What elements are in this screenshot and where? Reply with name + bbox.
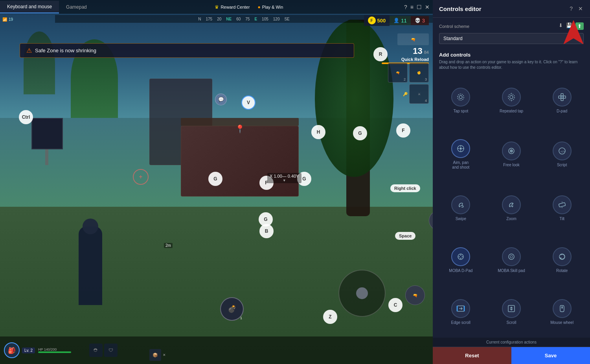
right-click-label[interactable]: Right click — [390, 184, 420, 192]
action-btn-1[interactable]: 🔫 — [405, 285, 425, 305]
swipe-icon — [451, 195, 470, 214]
crown-icon: ♛ — [215, 4, 219, 10]
control-swipe[interactable]: Swipe — [436, 183, 486, 234]
control-rotate[interactable]: Rotate — [537, 235, 587, 286]
inv-slot-3[interactable]: ✊ 3 — [409, 63, 429, 83]
level-badge: Lv. 2 — [22, 347, 35, 353]
control-dpad[interactable]: D-pad — [537, 75, 587, 126]
bottom-hud: 🎒 Lv. 2 HP 140/200 ⛑ 🛡 📦 ✕ — [0, 336, 433, 364]
person-icon: 👤 — [393, 18, 399, 23]
control-moba-dpad[interactable]: MOBA D-Pad — [436, 235, 486, 286]
top-bar: Keyboard and mouse Gamepad ♛ Reward Cent… — [0, 0, 433, 14]
menu-icon[interactable]: ≡ — [410, 4, 414, 10]
control-tilt[interactable]: Tilt — [537, 183, 587, 234]
control-aim-pan-shoot[interactable]: Aim, panand shoot — [436, 127, 486, 182]
distance-label: 2m — [164, 243, 173, 248]
script-icon: </> — [553, 142, 572, 160]
control-tap-spot[interactable]: Tap spot — [436, 75, 486, 126]
v-key[interactable]: V — [241, 96, 255, 110]
panel-header: Controls editor ? ✕ — [433, 0, 590, 18]
chat-bubble[interactable]: 💬 — [215, 94, 227, 105]
tilt-label: Tilt — [559, 217, 564, 221]
ctrl-key[interactable]: Ctrl — [19, 110, 33, 124]
camera-joystick[interactable] — [338, 270, 386, 317]
control-scroll[interactable]: Scroll — [487, 287, 537, 338]
controls-grid: Tap spot Repeated tap — [433, 75, 590, 338]
warning-icon: ⚠ — [26, 47, 32, 54]
tab-gamepad[interactable]: Gamepad — [59, 1, 94, 13]
control-free-look[interactable]: Free look — [487, 127, 537, 182]
player-status: Lv. 2 HP 140/200 — [22, 347, 85, 353]
wifi-info: 📶 19 — [0, 17, 55, 22]
add-controls-section: Add controls Drag and drop an action on … — [433, 49, 590, 75]
repeated-tap-icon — [502, 88, 521, 107]
zoom-label: Zoom — [506, 217, 516, 221]
window-icon[interactable]: ☐ — [417, 4, 422, 10]
c-key[interactable]: C — [388, 298, 403, 312]
svg-point-15 — [460, 148, 461, 149]
control-mouse-wheel[interactable]: Mouse wheel — [537, 287, 587, 338]
svg-rect-6 — [561, 98, 563, 101]
item-slot-helmet[interactable]: ⛑ — [89, 344, 103, 357]
dpad-label: D-pad — [557, 109, 567, 114]
item-slot-armor[interactable]: 🛡 — [104, 344, 118, 357]
coin-icon: ● — [257, 4, 260, 10]
z-key[interactable]: Z — [323, 310, 337, 324]
help-icon[interactable]: ? — [404, 4, 407, 10]
skull-icon: 💀 — [415, 18, 421, 23]
svg-rect-21 — [559, 202, 566, 207]
svg-point-2 — [459, 96, 462, 99]
ammo-max: 84 — [424, 50, 429, 55]
control-moba-skill[interactable]: MOBA Skill pad — [487, 235, 537, 286]
f-icon: F — [368, 17, 376, 24]
f-key-1[interactable]: F — [396, 123, 410, 138]
reward-center[interactable]: ♛ Reward Center — [215, 4, 250, 10]
r-key[interactable]: R — [373, 47, 388, 61]
rotate-icon — [553, 247, 572, 266]
panel-help-icon[interactable]: ? — [569, 5, 573, 13]
save-button[interactable]: Save — [511, 347, 590, 364]
add-controls-title: Add controls — [439, 52, 584, 58]
h-key[interactable]: H — [311, 125, 325, 139]
control-zoom[interactable]: Zoom — [487, 183, 537, 234]
safe-zone-warning: ⚠ Safe Zone is now shrinking — [20, 43, 354, 58]
player-avatar: 🎒 — [4, 342, 20, 358]
map-marker: 📍 — [235, 124, 245, 134]
wifi-icon: 📶 — [2, 17, 7, 22]
edge-scroll-label: Edge scroll — [451, 320, 471, 325]
mouse-wheel-icon — [553, 299, 572, 318]
crate-icon[interactable]: 📦 — [149, 349, 161, 361]
control-edge-scroll[interactable]: Edge scroll — [436, 287, 486, 338]
repeated-tap-label: Repeated tap — [500, 109, 523, 114]
grenade-slot[interactable]: 💣 1 — [220, 297, 244, 321]
close-icon[interactable]: ✕ — [425, 4, 430, 10]
free-look-label: Free look — [503, 163, 520, 167]
aim-pan-shoot-icon — [451, 139, 470, 158]
svg-rect-9 — [561, 96, 563, 98]
reload-label: Quick Reload — [401, 57, 429, 62]
inv-slot-2[interactable]: 🔫 2 — [388, 63, 408, 83]
svg-point-18 — [511, 151, 512, 151]
moba-skill-label: MOBA Skill pad — [498, 268, 525, 273]
space-label[interactable]: Space — [395, 232, 415, 240]
b-key[interactable]: B — [259, 224, 274, 238]
svg-rect-5 — [561, 94, 563, 96]
tab-keyboard[interactable]: Keyboard and mouse — [0, 1, 59, 13]
panel-close-icon[interactable]: ✕ — [577, 5, 584, 13]
add-controls-desc: Drag and drop an action on your game to … — [439, 59, 584, 70]
g-key-1[interactable]: G — [353, 126, 367, 140]
svg-text:</>: </> — [561, 150, 565, 153]
svg-marker-0 — [564, 20, 583, 44]
g-key-2[interactable]: G — [208, 172, 222, 186]
control-script[interactable]: </> Script — [537, 127, 587, 182]
play-win[interactable]: ● Play & Win — [257, 4, 283, 10]
control-repeated-tap[interactable]: Repeated tap — [487, 75, 537, 126]
aim-pan-shoot-label: Aim, panand shoot — [452, 160, 469, 170]
quick-reload-hud: 🔫 13 84 Quick Reload — [382, 33, 429, 64]
crosshair — [133, 169, 149, 185]
reset-button[interactable]: Reset — [433, 347, 511, 364]
svg-rect-32 — [561, 306, 562, 309]
moba-dpad-label: MOBA D-Pad — [449, 268, 472, 273]
controls-panel: Controls editor ? ✕ Control scheme ⬇ 💾 ⬆… — [433, 0, 590, 364]
inv-slot-4[interactable]: ⚔ 4 — [409, 84, 429, 104]
